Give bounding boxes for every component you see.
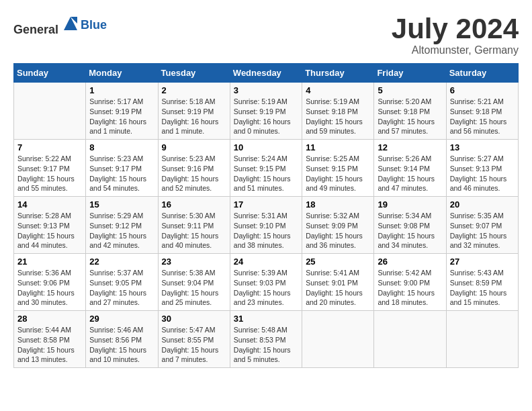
day-info: Sunrise: 5:27 AMSunset: 9:13 PMDaylight:… — [450, 154, 515, 193]
day-info: Sunrise: 5:32 AMSunset: 9:09 PMDaylight:… — [306, 211, 370, 250]
logo-icon — [60, 13, 81, 34]
day-info: Sunrise: 5:36 AMSunset: 9:06 PMDaylight:… — [17, 268, 82, 308]
day-number: 18 — [306, 199, 370, 210]
day-number: 16 — [162, 199, 226, 210]
day-number: 22 — [89, 257, 154, 267]
day-number: 7 — [17, 142, 82, 152]
day-number: 29 — [89, 314, 154, 324]
calendar-cell: 11Sunrise: 5:25 AMSunset: 9:15 PMDayligh… — [302, 140, 374, 197]
page-header: General Blue July 2024 Altomunster, Germ… — [13, 13, 519, 56]
calendar-cell: 9Sunrise: 5:23 AMSunset: 9:16 PMDaylight… — [158, 140, 230, 197]
calendar-cell: 8Sunrise: 5:23 AMSunset: 9:17 PMDaylight… — [86, 140, 158, 197]
day-info: Sunrise: 5:26 AMSunset: 9:14 PMDaylight:… — [378, 154, 442, 193]
day-info: Sunrise: 5:19 AMSunset: 9:18 PMDaylight:… — [306, 97, 370, 136]
day-header-wednesday: Wednesday — [230, 64, 302, 83]
day-number: 17 — [234, 199, 298, 210]
calendar-cell: 2Sunrise: 5:18 AMSunset: 9:19 PMDaylight… — [158, 83, 230, 140]
calendar-cell: 10Sunrise: 5:24 AMSunset: 9:15 PMDayligh… — [230, 140, 302, 197]
logo-blue: Blue — [81, 18, 107, 32]
calendar-cell: 30Sunrise: 5:47 AMSunset: 8:55 PMDayligh… — [158, 311, 230, 368]
calendar-week-4: 21Sunrise: 5:36 AMSunset: 9:06 PMDayligh… — [14, 254, 519, 311]
day-info: Sunrise: 5:38 AMSunset: 9:04 PMDaylight:… — [162, 268, 226, 308]
day-info: Sunrise: 5:34 AMSunset: 9:08 PMDaylight:… — [378, 211, 442, 250]
day-info: Sunrise: 5:47 AMSunset: 8:55 PMDaylight:… — [162, 325, 226, 365]
calendar-cell: 21Sunrise: 5:36 AMSunset: 9:06 PMDayligh… — [14, 254, 86, 311]
day-info: Sunrise: 5:44 AMSunset: 8:58 PMDaylight:… — [17, 325, 82, 365]
day-header-monday: Monday — [86, 64, 158, 83]
day-info: Sunrise: 5:37 AMSunset: 9:05 PMDaylight:… — [89, 268, 154, 308]
day-number: 8 — [89, 142, 154, 152]
day-number: 14 — [17, 199, 82, 210]
day-number: 27 — [450, 257, 515, 267]
day-info: Sunrise: 5:19 AMSunset: 9:19 PMDaylight:… — [234, 97, 298, 136]
day-header-sunday: Sunday — [14, 64, 86, 83]
calendar-header-row: SundayMondayTuesdayWednesdayThursdayFrid… — [14, 64, 519, 83]
day-info: Sunrise: 5:22 AMSunset: 9:17 PMDaylight:… — [17, 154, 82, 193]
day-info: Sunrise: 5:25 AMSunset: 9:15 PMDaylight:… — [306, 154, 370, 193]
calendar-cell: 20Sunrise: 5:35 AMSunset: 9:07 PMDayligh… — [446, 197, 518, 254]
calendar-cell: 5Sunrise: 5:20 AMSunset: 9:18 PMDaylight… — [374, 83, 446, 140]
calendar-cell: 16Sunrise: 5:30 AMSunset: 9:11 PMDayligh… — [158, 197, 230, 254]
month-year-title: July 2024 — [392, 13, 519, 44]
calendar-week-1: 1Sunrise: 5:17 AMSunset: 9:19 PMDaylight… — [14, 83, 519, 140]
day-number: 28 — [17, 314, 82, 324]
day-info: Sunrise: 5:30 AMSunset: 9:11 PMDaylight:… — [162, 211, 226, 250]
calendar-cell: 22Sunrise: 5:37 AMSunset: 9:05 PMDayligh… — [86, 254, 158, 311]
calendar-week-5: 28Sunrise: 5:44 AMSunset: 8:58 PMDayligh… — [14, 311, 519, 368]
calendar-week-2: 7Sunrise: 5:22 AMSunset: 9:17 PMDaylight… — [14, 140, 519, 197]
day-header-thursday: Thursday — [302, 64, 374, 83]
day-info: Sunrise: 5:21 AMSunset: 9:18 PMDaylight:… — [450, 97, 515, 136]
day-info: Sunrise: 5:46 AMSunset: 8:56 PMDaylight:… — [89, 325, 154, 365]
day-info: Sunrise: 5:24 AMSunset: 9:15 PMDaylight:… — [234, 154, 298, 193]
day-info: Sunrise: 5:42 AMSunset: 9:00 PMDaylight:… — [378, 268, 442, 308]
day-header-tuesday: Tuesday — [158, 64, 230, 83]
day-info: Sunrise: 5:29 AMSunset: 9:12 PMDaylight:… — [89, 211, 154, 250]
logo: General Blue — [13, 13, 107, 37]
day-number: 3 — [234, 85, 298, 95]
calendar-cell: 14Sunrise: 5:28 AMSunset: 9:13 PMDayligh… — [14, 197, 86, 254]
day-number: 15 — [89, 199, 154, 210]
calendar-cell: 3Sunrise: 5:19 AMSunset: 9:19 PMDaylight… — [230, 83, 302, 140]
day-info: Sunrise: 5:48 AMSunset: 8:53 PMDaylight:… — [234, 325, 298, 365]
calendar-cell: 26Sunrise: 5:42 AMSunset: 9:00 PMDayligh… — [374, 254, 446, 311]
location-subtitle: Altomunster, Germany — [392, 44, 519, 56]
day-number: 9 — [162, 142, 226, 152]
calendar-cell: 28Sunrise: 5:44 AMSunset: 8:58 PMDayligh… — [14, 311, 86, 368]
day-info: Sunrise: 5:20 AMSunset: 9:18 PMDaylight:… — [378, 97, 442, 136]
calendar-cell — [302, 311, 374, 368]
calendar-cell: 13Sunrise: 5:27 AMSunset: 9:13 PMDayligh… — [446, 140, 518, 197]
day-info: Sunrise: 5:39 AMSunset: 9:03 PMDaylight:… — [234, 268, 298, 308]
day-number: 19 — [378, 199, 442, 210]
day-number: 1 — [89, 85, 154, 95]
calendar-week-3: 14Sunrise: 5:28 AMSunset: 9:13 PMDayligh… — [14, 197, 519, 254]
calendar-cell: 27Sunrise: 5:43 AMSunset: 8:59 PMDayligh… — [446, 254, 518, 311]
calendar-table: SundayMondayTuesdayWednesdayThursdayFrid… — [13, 63, 519, 368]
title-area: July 2024 Altomunster, Germany — [392, 13, 519, 56]
day-number: 26 — [378, 257, 442, 267]
calendar-cell: 19Sunrise: 5:34 AMSunset: 9:08 PMDayligh… — [374, 197, 446, 254]
day-number: 25 — [306, 257, 370, 267]
day-info: Sunrise: 5:41 AMSunset: 9:01 PMDaylight:… — [306, 268, 370, 308]
day-info: Sunrise: 5:43 AMSunset: 8:59 PMDaylight:… — [450, 268, 515, 308]
day-number: 10 — [234, 142, 298, 152]
day-info: Sunrise: 5:28 AMSunset: 9:13 PMDaylight:… — [17, 211, 82, 250]
calendar-cell — [14, 83, 86, 140]
day-number: 5 — [378, 85, 442, 95]
calendar-cell: 24Sunrise: 5:39 AMSunset: 9:03 PMDayligh… — [230, 254, 302, 311]
calendar-cell: 12Sunrise: 5:26 AMSunset: 9:14 PMDayligh… — [374, 140, 446, 197]
calendar-cell: 23Sunrise: 5:38 AMSunset: 9:04 PMDayligh… — [158, 254, 230, 311]
day-number: 24 — [234, 257, 298, 267]
calendar-cell: 4Sunrise: 5:19 AMSunset: 9:18 PMDaylight… — [302, 83, 374, 140]
day-header-friday: Friday — [374, 64, 446, 83]
day-number: 23 — [162, 257, 226, 267]
calendar-cell: 15Sunrise: 5:29 AMSunset: 9:12 PMDayligh… — [86, 197, 158, 254]
day-info: Sunrise: 5:17 AMSunset: 9:19 PMDaylight:… — [89, 97, 154, 136]
day-number: 31 — [234, 314, 298, 324]
calendar-cell: 7Sunrise: 5:22 AMSunset: 9:17 PMDaylight… — [14, 140, 86, 197]
logo-general: General — [13, 23, 58, 36]
day-number: 12 — [378, 142, 442, 152]
day-info: Sunrise: 5:23 AMSunset: 9:17 PMDaylight:… — [89, 154, 154, 193]
day-number: 13 — [450, 142, 515, 152]
day-number: 6 — [450, 85, 515, 95]
calendar-cell — [374, 311, 446, 368]
